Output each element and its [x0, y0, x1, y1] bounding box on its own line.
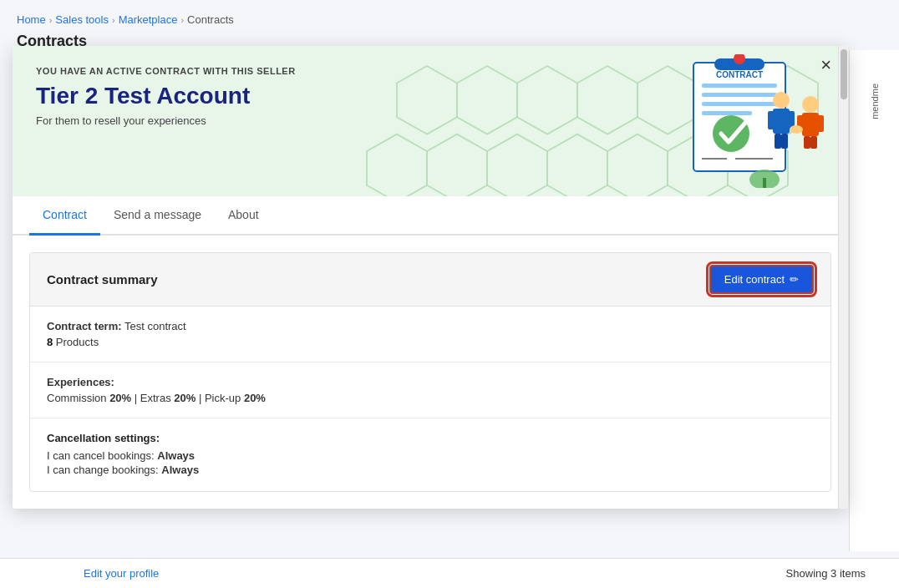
banner-title: Tier 2 Test Account — [36, 83, 825, 109]
right-panel: mendme — [849, 50, 899, 551]
contract-term-section: Contract term: Test contract 8 Products — [30, 307, 830, 362]
modal-scrollbar[interactable] — [838, 46, 848, 509]
contract-term-label: Contract term: Test contract — [47, 320, 814, 332]
contract-summary-card: Contract summary Edit contract ✏ Contrac… — [29, 252, 831, 492]
tab-content: Contract summary Edit contract ✏ Contrac… — [13, 236, 848, 509]
contract-banner: CONTRACT — [13, 46, 848, 196]
experiences-label: Experiences: — [47, 376, 814, 388]
svg-marker-10 — [547, 134, 607, 196]
summary-header: Contract summary Edit contract ✏ — [30, 253, 830, 307]
edit-contract-label: Edit contract — [724, 273, 785, 286]
tab-bar: Contract Send a message About — [13, 196, 848, 236]
svg-marker-9 — [487, 134, 547, 196]
breadcrumb: Home › Sales tools › Marketplace › Contr… — [17, 13, 882, 26]
experiences-row: Commission 20% | Extras 20% | Pick-up 20… — [47, 392, 814, 404]
products-count: 8 Products — [47, 336, 814, 348]
edit-profile-link[interactable]: Edit your profile — [84, 567, 159, 580]
scroll-thumb[interactable] — [841, 49, 847, 99]
svg-rect-43 — [763, 178, 766, 188]
svg-marker-7 — [367, 134, 427, 196]
svg-rect-39 — [804, 136, 810, 149]
svg-marker-8 — [427, 134, 487, 196]
summary-body: Contract term: Test contract 8 Products … — [30, 307, 830, 491]
experiences-section: Experiences: Commission 20% | Extras 20%… — [30, 362, 830, 418]
breadcrumb-sep-2: › — [112, 15, 115, 25]
cancellation-section: Cancellation settings: I can cancel book… — [30, 418, 830, 491]
breadcrumb-sep-3: › — [180, 15, 184, 25]
svg-rect-33 — [775, 134, 781, 149]
edit-contract-button[interactable]: Edit contract ✏ — [709, 265, 814, 294]
breadcrumb-sales-tools[interactable]: Sales tools — [55, 13, 109, 26]
banner-subtitle: YOU HAVE AN ACTIVE CONTRACT WITH THIS SE… — [36, 66, 825, 76]
showing-items-label: Showing 3 items — [786, 567, 866, 580]
right-panel-text: mendme — [870, 84, 880, 119]
svg-rect-40 — [810, 136, 817, 149]
pencil-icon: ✏ — [790, 273, 799, 286]
cancellation-label: Cancellation settings: — [47, 432, 814, 444]
breadcrumb-current: Contracts — [187, 13, 234, 26]
breadcrumb-marketplace[interactable]: Marketplace — [119, 13, 178, 26]
cancel-bookings-row: I can cancel bookings: Always — [47, 449, 814, 462]
svg-rect-34 — [781, 134, 788, 149]
change-bookings-row: I can change bookings: Always — [47, 464, 814, 476]
breadcrumb-home[interactable]: Home — [17, 13, 46, 26]
breadcrumb-sep-1: › — [49, 15, 53, 25]
tab-about[interactable]: About — [215, 196, 272, 236]
modal: CONTRACT — [13, 46, 848, 509]
banner-description: For them to resell your experiences — [36, 114, 825, 127]
tab-send-message[interactable]: Send a message — [100, 196, 215, 236]
tab-contract[interactable]: Contract — [29, 196, 100, 236]
summary-title: Contract summary — [47, 272, 158, 286]
